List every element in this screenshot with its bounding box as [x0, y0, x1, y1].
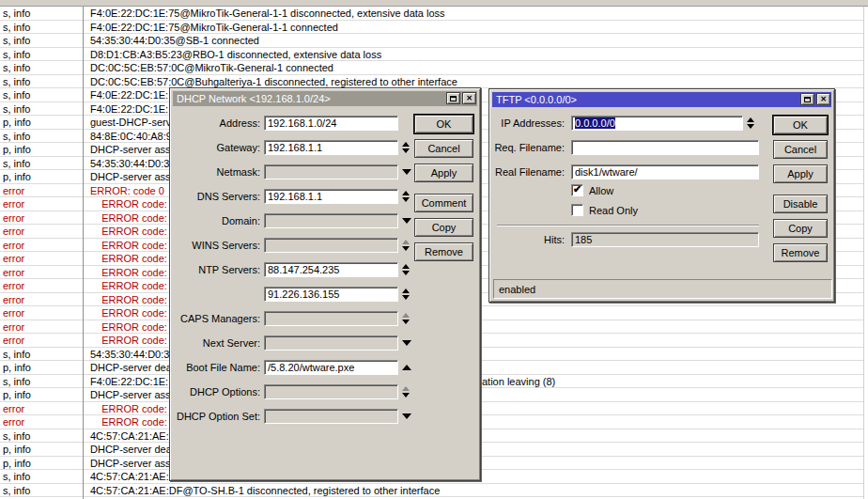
- field-input[interactable]: /5.8.20/wtware.pxe: [264, 360, 398, 375]
- field-input[interactable]: [264, 335, 398, 351]
- field-spinner[interactable]: [402, 262, 410, 277]
- read-only-checkbox[interactable]: Read Only: [571, 204, 638, 216]
- close-button[interactable]: [816, 93, 830, 105]
- field-input[interactable]: [264, 213, 398, 228]
- ok-button[interactable]: OK: [414, 115, 473, 133]
- field-label: Gateway:: [170, 142, 260, 153]
- field-label: Netmask:: [170, 166, 260, 178]
- log-message-cell: ERROR code:: [83, 294, 167, 306]
- cancel-button[interactable]: Cancel: [414, 139, 473, 158]
- log-topics-cell: p, info: [0, 171, 83, 183]
- field-spinner[interactable]: [402, 409, 411, 424]
- field-spinner[interactable]: [402, 238, 410, 253]
- log-message-cell: ERROR code:: [83, 240, 167, 252]
- log-message-cell: DC:0C:5C:EB:57:0C@MikroTik-General-1 con…: [83, 62, 333, 74]
- checkbox-box[interactable]: [571, 204, 583, 216]
- log-message-cell: ERROR code:: [83, 335, 167, 347]
- maximize-icon: [804, 97, 811, 102]
- down-arrow-icon: [402, 413, 411, 419]
- up-arrow-icon: [747, 117, 754, 122]
- cancel-button[interactable]: Cancel: [773, 140, 828, 159]
- apply-button[interactable]: Apply: [414, 164, 473, 182]
- log-topics-cell: s, info: [0, 430, 83, 443]
- window-title: DHCP Network <192.168.1.0/24>: [177, 93, 331, 104]
- status-bar: enabled: [493, 279, 832, 299]
- copy-button[interactable]: Copy: [773, 219, 828, 238]
- apply-button[interactable]: Apply: [773, 164, 828, 183]
- field-input[interactable]: 0.0.0.0/0: [571, 116, 743, 131]
- window-titlebar[interactable]: TFTP <0.0.0.0/0>: [492, 92, 831, 107]
- field-input[interactable]: [264, 311, 398, 326]
- field-spinner[interactable]: [747, 116, 754, 131]
- log-row[interactable]: s, info F4:0E:22:DC:1E:75@MikroTik-Gener…: [0, 21, 863, 35]
- field-spinner[interactable]: [402, 311, 410, 326]
- field-spinner[interactable]: [402, 164, 411, 179]
- log-topics-cell: s, info: [0, 89, 83, 101]
- disable-button[interactable]: Disable: [773, 195, 828, 213]
- log-message-cell: 4C:57:CA:21:AE:: [83, 471, 169, 483]
- field-spinner[interactable]: [402, 213, 411, 228]
- log-message-cell: ERROR code:: [83, 307, 167, 320]
- field-label: CAPS Managers:: [170, 313, 260, 324]
- log-topics-cell: error: [0, 267, 83, 279]
- log-message-cell: D8:D1:CB:A3:B5:23@RBO-1 disconnected, ex…: [83, 49, 381, 61]
- log-row[interactable]: s, info D8:D1:CB:A3:B5:23@RBO-1 disconne…: [0, 48, 863, 62]
- maximize-button[interactable]: [446, 92, 460, 104]
- copy-button[interactable]: Copy: [414, 218, 473, 237]
- log-topics-cell: error: [0, 307, 83, 320]
- hits-value-field: 185: [571, 232, 759, 247]
- remove-button[interactable]: Remove: [414, 242, 473, 261]
- field-input[interactable]: 192.168.1.1: [264, 189, 398, 204]
- log-message-cell: F4:0E:22:DC:1E:75@MikroTik-General-1-1 d…: [83, 8, 445, 20]
- field-spinner[interactable]: [402, 384, 410, 399]
- field-spinner[interactable]: [402, 287, 410, 302]
- log-row[interactable]: s, info 54:35:30:44:D0:35@SB-1 connected: [0, 34, 863, 48]
- field-spinner[interactable]: [402, 140, 410, 155]
- log-row[interactable]: s, info 4C:57:CA:21:AE:DF@TO-SH.B-1 disc…: [0, 484, 863, 498]
- field-input[interactable]: [264, 409, 398, 424]
- log-topics-cell: s, info: [0, 76, 83, 88]
- comment-button[interactable]: Comment: [414, 194, 473, 212]
- field-input[interactable]: disk1/wtware/: [571, 164, 759, 179]
- down-arrow-icon: [402, 340, 411, 346]
- log-row[interactable]: s, info DC:0C:5C:EB:57:0C@Buhgalteriya-1…: [0, 75, 863, 89]
- ok-button[interactable]: OK: [773, 116, 828, 134]
- allow-checkbox[interactable]: Allow: [571, 184, 638, 196]
- field-input[interactable]: 88.147.254.235: [264, 262, 398, 277]
- log-message-cell: DHCP-server dea: [83, 362, 172, 374]
- checkbox-box[interactable]: [571, 184, 583, 196]
- log-topics-cell: error: [0, 198, 83, 211]
- window-titlebar[interactable]: DHCP Network <192.168.1.0/24>: [173, 91, 477, 106]
- field-spinner[interactable]: [402, 335, 411, 351]
- remove-button[interactable]: Remove: [773, 243, 828, 262]
- field-input[interactable]: [264, 384, 398, 399]
- log-topics-cell: s, info: [0, 103, 83, 116]
- field-input[interactable]: [571, 140, 759, 155]
- log-message-cell: DHCP-server ass: [83, 458, 171, 470]
- log-row[interactable]: s, info F4:0E:22:DC:1E:75@MikroTik-Gener…: [0, 7, 863, 21]
- down-arrow-icon: [402, 246, 410, 251]
- field-label: DNS Servers:: [170, 191, 260, 202]
- log-topics-cell: s, info: [0, 49, 83, 61]
- log-message-cell: ERROR code:: [83, 267, 167, 279]
- checkbox-label: Read Only: [589, 205, 638, 216]
- field-input[interactable]: 192.168.1.1: [264, 140, 398, 155]
- log-message-cell: 54:35:30:44:D0:3: [83, 349, 169, 361]
- down-arrow-icon: [402, 271, 410, 275]
- field-label: Real Filename:: [489, 166, 565, 178]
- log-topics-cell: p, info: [0, 144, 83, 156]
- field-input[interactable]: 192.168.1.0/24: [264, 116, 398, 131]
- field-spinner[interactable]: [402, 360, 411, 375]
- field-label: NTP Servers:: [170, 264, 260, 275]
- field-spinner[interactable]: [402, 189, 410, 204]
- ntp-servers-field: NTP Servers: 88.147.254.235: [170, 262, 480, 277]
- close-button[interactable]: [462, 92, 476, 104]
- field-input[interactable]: [264, 164, 398, 179]
- field-input[interactable]: [264, 238, 398, 253]
- log-row[interactable]: s, info DC:0C:5C:EB:57:0C@MikroTik-Gener…: [0, 61, 863, 75]
- field-input[interactable]: 91.226.136.155: [264, 287, 398, 302]
- maximize-button[interactable]: [800, 93, 814, 105]
- field-label: DHCP Options:: [170, 386, 260, 398]
- log-topics-cell: error: [0, 403, 83, 415]
- down-arrow-icon: [402, 197, 410, 202]
